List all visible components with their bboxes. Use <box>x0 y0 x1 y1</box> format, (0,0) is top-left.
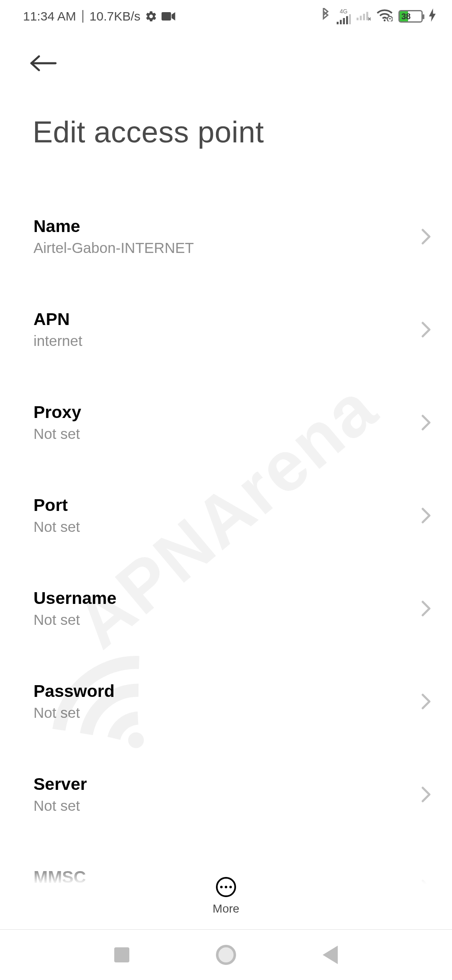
setting-label: APN <box>33 309 82 329</box>
setting-item-port[interactable]: Port Not set <box>0 482 452 549</box>
nav-recent-button[interactable] <box>114 947 129 962</box>
setting-label: Port <box>33 495 80 515</box>
chevron-right-icon <box>421 321 431 338</box>
status-time: 11:34 AM <box>23 9 76 23</box>
chevron-right-icon <box>421 786 431 803</box>
status-bar: 11:34 AM 10.7KB/s 4G <box>0 0 452 33</box>
setting-value: Not set <box>33 797 87 814</box>
more-label: More <box>213 902 239 916</box>
settings-list-wrap: Name Airtel-Gabon-INTERNET APN internet … <box>0 149 452 953</box>
svg-rect-9 <box>366 12 368 20</box>
bluetooth-icon <box>321 8 331 25</box>
status-divider <box>82 10 83 23</box>
signal-2-group <box>357 9 371 24</box>
setting-label: Password <box>33 681 115 701</box>
charging-icon <box>429 8 436 25</box>
nav-home-button[interactable] <box>216 945 236 965</box>
more-area: More <box>0 854 452 930</box>
back-button[interactable] <box>29 54 452 73</box>
svg-rect-3 <box>343 18 345 24</box>
svg-rect-6 <box>357 18 359 20</box>
nav-bar <box>0 930 452 980</box>
svg-rect-5 <box>349 14 351 24</box>
status-right: 4G 38 <box>321 8 436 25</box>
setting-value: Airtel-Gabon-INTERNET <box>33 240 194 256</box>
settings-list: Name Airtel-Gabon-INTERNET APN internet … <box>0 149 452 953</box>
svg-rect-0 <box>162 12 171 21</box>
svg-rect-2 <box>340 20 342 25</box>
setting-item-server[interactable]: Server Not set <box>0 761 452 828</box>
battery-percent: 38 <box>401 12 411 21</box>
nav-back-button[interactable] <box>323 946 338 964</box>
setting-item-apn[interactable]: APN internet <box>0 297 452 363</box>
setting-item-name[interactable]: Name Airtel-Gabon-INTERNET <box>0 204 452 270</box>
setting-label: Username <box>33 588 116 608</box>
gear-icon <box>145 10 157 23</box>
signal-bars-disabled-icon <box>357 9 371 21</box>
wifi-icon <box>377 9 393 24</box>
svg-rect-4 <box>346 16 348 25</box>
camera-icon <box>162 11 176 21</box>
svg-rect-7 <box>360 15 362 20</box>
setting-value: internet <box>33 333 82 349</box>
svg-rect-8 <box>363 13 365 20</box>
signal-bars-icon <box>336 14 351 24</box>
chevron-right-icon <box>421 228 431 245</box>
network-type-label: 4G <box>340 8 348 14</box>
setting-value: Not set <box>33 611 116 628</box>
setting-value: Not set <box>33 518 80 535</box>
chevron-right-icon <box>421 507 431 524</box>
chevron-right-icon <box>421 414 431 431</box>
status-left: 11:34 AM 10.7KB/s <box>23 9 176 23</box>
more-button[interactable] <box>216 877 236 897</box>
setting-item-password[interactable]: Password Not set <box>0 668 452 735</box>
svg-rect-1 <box>337 22 339 24</box>
battery-icon: 38 <box>398 10 423 23</box>
chevron-right-icon <box>421 600 431 617</box>
status-speed: 10.7KB/s <box>90 9 141 23</box>
svg-point-10 <box>384 19 386 21</box>
setting-value: Not set <box>33 704 115 721</box>
signal-1-group: 4G <box>336 8 351 24</box>
page-title: Edit access point <box>0 73 452 149</box>
setting-label: Proxy <box>33 402 81 422</box>
setting-value: Not set <box>33 426 81 442</box>
chevron-right-icon <box>421 693 431 710</box>
more-dots-icon <box>220 886 232 888</box>
setting-item-proxy[interactable]: Proxy Not set <box>0 389 452 456</box>
setting-label: Name <box>33 217 194 236</box>
setting-label: Server <box>33 774 87 794</box>
back-row <box>0 33 452 73</box>
setting-item-username[interactable]: Username Not set <box>0 575 452 642</box>
